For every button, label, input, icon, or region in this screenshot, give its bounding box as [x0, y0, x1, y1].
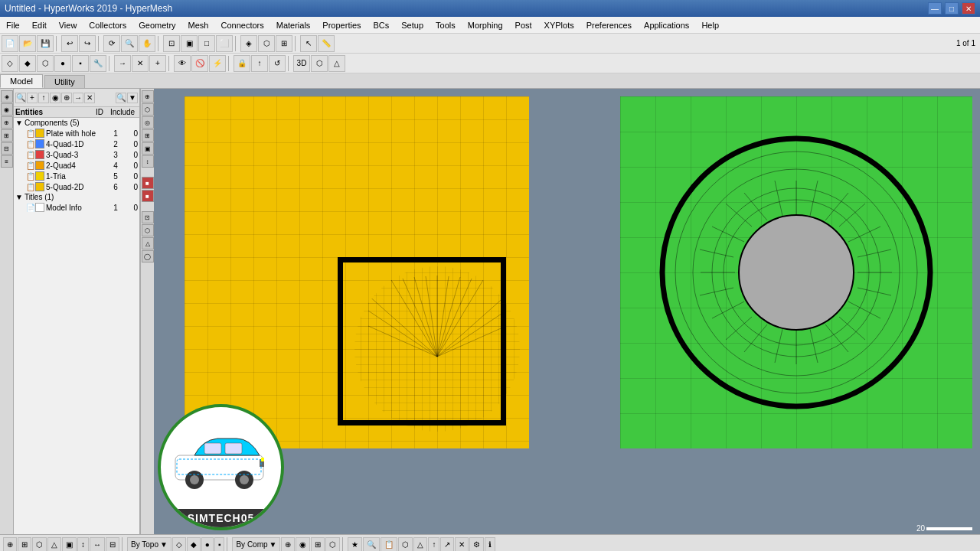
bt-icon1[interactable]: ⊕	[3, 537, 17, 552]
menu-bcs[interactable]: BCs	[368, 17, 396, 33]
minimize-button[interactable]: —	[928, 2, 942, 15]
tree-components[interactable]: ▼ Components (5)	[14, 118, 139, 128]
ri-icon9[interactable]: ⊡	[142, 211, 154, 223]
bt-icon5[interactable]: ▣	[62, 537, 77, 552]
li-icon3[interactable]: ⊕	[1, 116, 13, 129]
ep-icon6[interactable]: →	[73, 93, 83, 103]
bt-icon2[interactable]: ⊞	[18, 537, 31, 552]
isolate-button[interactable]: ⚡	[209, 55, 226, 72]
geom-button[interactable]: ◇	[2, 55, 18, 72]
ri-icon2[interactable]: ⬡	[142, 103, 154, 116]
li-icon6[interactable]: ≡	[1, 155, 13, 168]
3d-button[interactable]: 3D	[293, 55, 310, 72]
rotate-button[interactable]: ⟳	[103, 35, 120, 52]
ri-icon3[interactable]: ◎	[142, 116, 154, 129]
menu-morphing[interactable]: Morphing	[462, 17, 509, 33]
ri-icon6[interactable]: ↕	[142, 155, 154, 168]
bt-right3[interactable]: 📋	[381, 537, 397, 552]
ri-icon4[interactable]: ⊞	[142, 129, 154, 142]
menu-file[interactable]: File	[0, 17, 26, 33]
new-button[interactable]: 📄	[2, 35, 18, 52]
menu-connectors[interactable]: Connectors	[214, 17, 270, 33]
undo-button[interactable]: ↩	[61, 35, 78, 52]
bt-comp-icon4[interactable]: ⬡	[325, 537, 340, 552]
close-button[interactable]: ✕	[962, 2, 975, 15]
ep-icon7[interactable]: ✕	[84, 93, 95, 103]
bt-right6[interactable]: ↑	[428, 537, 439, 552]
select-button[interactable]: ↖	[300, 35, 317, 52]
color-plate[interactable]	[35, 129, 44, 138]
li-icon5[interactable]: ⊟	[1, 142, 13, 155]
tree-4quad1d[interactable]: 📋 4-Quad-1D 2 0	[14, 139, 139, 149]
plus-button[interactable]: +	[149, 55, 166, 72]
topo-dropdown[interactable]: By Topo ▼	[127, 537, 172, 552]
color-2quad4[interactable]	[35, 161, 44, 170]
tree-5quad2d[interactable]: 📋 5-Quad-2D 6 0	[14, 181, 139, 192]
bt-right9[interactable]: ⚙	[469, 537, 484, 552]
view3-button[interactable]: ⬜	[216, 35, 233, 52]
save-button[interactable]: 💾	[37, 35, 54, 52]
bt-icon3[interactable]: ⬡	[32, 537, 47, 552]
bt-topo-icon1[interactable]: ◇	[172, 537, 186, 552]
bt-right8[interactable]: ✕	[455, 537, 469, 552]
ep-icon2[interactable]: +	[27, 93, 38, 103]
ri-icon10[interactable]: ⬡	[142, 224, 154, 236]
ri-icon12[interactable]: ◯	[142, 250, 154, 262]
li-icon1[interactable]: ◈	[1, 90, 13, 103]
menu-help[interactable]: Help	[695, 17, 725, 33]
bt-icon8[interactable]: ⊟	[106, 537, 119, 552]
fit-button[interactable]: ⊡	[163, 35, 180, 52]
elem-button[interactable]: ▪	[72, 55, 89, 72]
view2-button[interactable]: □	[198, 35, 215, 52]
color-5quad2d[interactable]	[35, 182, 44, 191]
hex-button[interactable]: ⬡	[311, 55, 328, 72]
tab-utility[interactable]: Utility	[44, 75, 85, 88]
ep-search[interactable]: 🔍	[116, 93, 126, 103]
display-button[interactable]: 👁	[174, 55, 191, 72]
mask-button[interactable]: 🚫	[191, 55, 208, 72]
ep-icon1[interactable]: 🔍	[15, 93, 26, 103]
arrow-button[interactable]: →	[114, 55, 131, 72]
tree-titles[interactable]: ▼ Titles (1)	[14, 192, 139, 202]
moment-button[interactable]: ↺	[269, 55, 286, 72]
color-3quad3[interactable]	[35, 150, 44, 159]
bt-right2[interactable]: 🔍	[363, 537, 380, 552]
bt-icon4[interactable]: △	[47, 537, 61, 552]
maximize-button[interactable]: □	[945, 2, 959, 15]
menu-xyplots[interactable]: XYPlots	[538, 17, 580, 33]
bt-right4[interactable]: ⬡	[398, 537, 413, 552]
tree-plate-hole[interactable]: 📋 Plate with hole 1 0	[14, 128, 139, 139]
bt-right5[interactable]: △	[413, 537, 427, 552]
comp-button[interactable]: 🔧	[90, 55, 106, 72]
menu-collectors[interactable]: Collectors	[83, 17, 132, 33]
pan-button[interactable]: ✋	[139, 35, 155, 52]
ri-icon1[interactable]: ⊕	[142, 90, 154, 103]
viewport[interactable]: SIMTECH05 Z X 20	[154, 89, 980, 534]
tet-button[interactable]: △	[328, 55, 345, 72]
menu-preferences[interactable]: Preferences	[580, 17, 638, 33]
tree-1tria[interactable]: 📋 1-Tria 5 0	[14, 171, 139, 181]
wire-button[interactable]: ⬡	[258, 35, 275, 52]
color-4quad1d[interactable]	[35, 139, 44, 148]
bt-right10[interactable]: ℹ	[485, 537, 495, 552]
shading-button[interactable]: ◈	[240, 35, 257, 52]
bt-topo-icon2[interactable]: ◆	[187, 537, 201, 552]
menu-tools[interactable]: Tools	[430, 17, 462, 33]
menu-properties[interactable]: Properties	[316, 17, 367, 33]
mesh-button[interactable]: ⊞	[276, 35, 292, 52]
ri-icon5[interactable]: ▣	[142, 142, 154, 155]
ri-icon11[interactable]: △	[142, 237, 154, 249]
ep-icon4[interactable]: ◉	[50, 93, 60, 103]
bt-icon7[interactable]: ↔	[90, 537, 105, 552]
bt-comp-icon2[interactable]: ◉	[296, 537, 310, 552]
redo-button[interactable]: ↪	[79, 35, 96, 52]
color-1tria[interactable]	[35, 171, 44, 181]
cross-button[interactable]: ✕	[132, 55, 149, 72]
ri-icon7[interactable]: ■	[142, 177, 154, 189]
bt-right1[interactable]: ★	[348, 537, 362, 552]
menu-view[interactable]: View	[53, 17, 83, 33]
menu-edit[interactable]: Edit	[26, 17, 53, 33]
view1-button[interactable]: ▣	[181, 35, 198, 52]
menu-applications[interactable]: Applications	[638, 17, 695, 33]
bt-right7[interactable]: ↗	[440, 537, 454, 552]
